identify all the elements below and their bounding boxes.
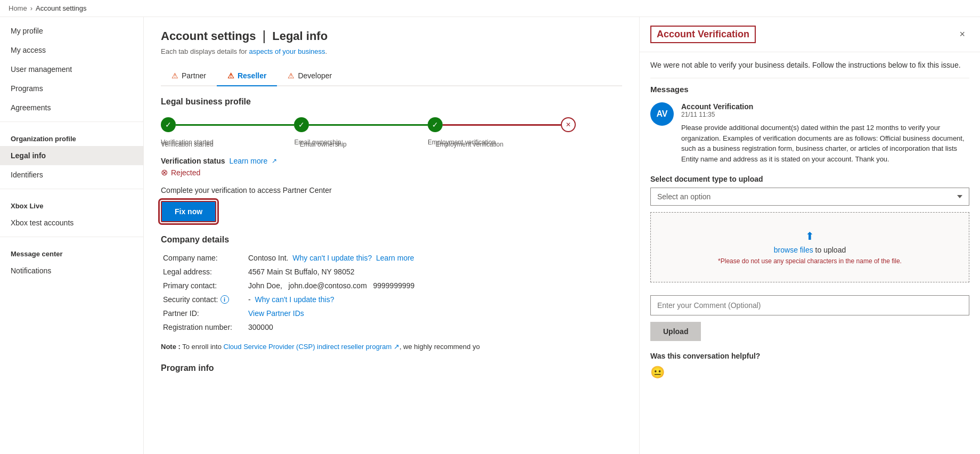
progress-line-2	[309, 124, 427, 126]
progress-step-2: ✓	[294, 117, 309, 132]
rejected-icon: ⊗	[161, 167, 168, 177]
upload-icon: ⬆	[662, 230, 958, 242]
select-doc-label: Select document type to upload	[650, 175, 969, 183]
company-details-title: Company details	[161, 235, 622, 245]
avatar: AV	[650, 102, 674, 126]
progress-circle-3: ✓	[428, 117, 443, 132]
main-content: Account settings | Legal info Each tab d…	[144, 17, 639, 454]
sidebar-item-my-access[interactable]: My access	[0, 40, 143, 60]
helpful-section: Was this conversation helpful? 😐	[650, 352, 969, 379]
reseller-warning-icon: ⚠	[227, 71, 234, 80]
upload-button[interactable]: Upload	[650, 322, 701, 341]
tabs: ⚠ Partner ⚠ Reseller ⚠ Developer	[161, 66, 622, 86]
sidebar-item-user-management[interactable]: User management	[0, 60, 143, 79]
breadcrumb-current: Account settings	[36, 4, 86, 12]
external-link-icon: ↗	[272, 157, 277, 165]
file-upload-area[interactable]: ⬆ browse files to upload *Please do not …	[650, 212, 969, 282]
sidebar: My profile My access User management Pro…	[0, 17, 144, 454]
table-row: Primary contact: John Doe, john.doe@cont…	[161, 279, 622, 293]
learn-more-link-company[interactable]: Learn more	[376, 254, 414, 262]
progress-step-4: ✕	[561, 117, 576, 132]
learn-more-link[interactable]: Learn more	[230, 157, 268, 165]
progress-step-3: ✓	[428, 117, 443, 132]
panel-divider	[650, 78, 969, 78]
message-header: Account Verification 21/11 11:35	[681, 102, 969, 118]
right-panel: Account Verification × We were not able …	[639, 17, 980, 454]
tab-partner[interactable]: ⚠ Partner	[161, 66, 217, 86]
sidebar-item-programs[interactable]: Programs	[0, 79, 143, 98]
messages-label: Messages	[650, 85, 969, 94]
field-label: Primary contact:	[161, 279, 246, 293]
progress-step-1: ✓	[161, 117, 176, 132]
upload-warning: *Please do not use any special character…	[662, 257, 958, 265]
message-time: 21/11 11:35	[681, 111, 969, 118]
progress-line-1	[176, 124, 294, 126]
panel-header: Account Verification ×	[640, 17, 980, 52]
message-card: AV Account Verification 21/11 11:35 Plea…	[650, 102, 969, 164]
complete-verification-text: Complete your verification to access Par…	[161, 186, 622, 194]
tab-reseller[interactable]: ⚠ Reseller	[217, 66, 277, 86]
table-row: Company name: Contoso Int. Why can't I u…	[161, 251, 622, 265]
panel-close-button[interactable]: ×	[955, 27, 969, 42]
program-info-title: Program info	[161, 363, 622, 373]
field-label: Legal address:	[161, 265, 246, 279]
panel-title: Account Verification	[650, 26, 756, 43]
progress-line-3	[443, 124, 561, 126]
sad-face-icon[interactable]: 😐	[650, 366, 665, 379]
sidebar-section-message-center: Message center	[0, 241, 143, 261]
table-row: Security contact: i - Why can't I update…	[161, 293, 622, 306]
view-partner-ids-link[interactable]: View Partner IDs	[248, 309, 304, 318]
step-label-3: Employment verification	[432, 141, 507, 148]
field-label: Partner ID:	[161, 306, 246, 320]
breadcrumb: Home › Account settings	[0, 0, 980, 17]
comment-input[interactable]	[650, 295, 969, 315]
browse-files-link[interactable]: browse files	[774, 246, 813, 254]
sidebar-section-xbox-live: Xbox Live	[0, 193, 143, 213]
sidebar-item-agreements[interactable]: Agreements	[0, 98, 143, 117]
security-contact-info-icon[interactable]: i	[220, 295, 229, 304]
message-sender: Account Verification	[681, 102, 969, 111]
progress-circle-2: ✓	[294, 117, 309, 132]
field-label: Registration number:	[161, 320, 246, 334]
step-label-2: Email ownership	[297, 141, 350, 148]
fix-now-button[interactable]: Fix now	[161, 201, 216, 222]
progress-circle-1: ✓	[161, 117, 176, 132]
document-type-select[interactable]: Select an option	[650, 188, 969, 206]
sidebar-item-identifiers[interactable]: Identifiers	[0, 165, 143, 184]
legal-profile-title: Legal business profile	[161, 97, 622, 107]
why-cant-update-link-2[interactable]: Why can't I update this?	[255, 295, 334, 304]
page-subtitle: Each tab displays details for aspects of…	[161, 47, 622, 55]
message-body: Please provide additional document(s) da…	[681, 123, 969, 164]
panel-intro: We were not able to verify your business…	[650, 61, 969, 69]
helpful-label: Was this conversation helpful?	[650, 352, 969, 360]
breadcrumb-home[interactable]: Home	[9, 4, 27, 12]
table-row: Registration number: 300000	[161, 320, 622, 334]
sidebar-item-notifications[interactable]: Notifications	[0, 261, 143, 280]
upload-text: browse files to upload	[662, 246, 958, 254]
table-row: Partner ID: View Partner IDs	[161, 306, 622, 320]
field-label: Security contact: i	[161, 293, 246, 306]
step-label-1: Verification started	[161, 141, 214, 148]
status-label: Verification status	[161, 157, 225, 165]
sidebar-item-legal-info[interactable]: Legal info	[0, 146, 143, 165]
panel-body: We were not able to verify your business…	[640, 52, 980, 454]
rejected-row: ⊗ Rejected	[161, 167, 622, 177]
partner-warning-icon: ⚠	[172, 71, 178, 80]
sidebar-section-org-profile: Organization profile	[0, 126, 143, 146]
rejected-label: Rejected	[171, 168, 200, 177]
table-row: Legal address: 4567 Main St Buffalo, NY …	[161, 265, 622, 279]
page-title: Account settings | Legal info	[161, 28, 622, 44]
verification-status: Verification status Learn more ↗ ⊗ Rejec…	[161, 157, 622, 177]
message-content: Account Verification 21/11 11:35 Please …	[681, 102, 969, 164]
note-text: Note : To enroll into Cloud Service Prov…	[161, 343, 622, 351]
company-details-table: Company name: Contoso Int. Why can't I u…	[161, 251, 622, 334]
developer-warning-icon: ⚠	[288, 71, 295, 80]
progress-circle-4: ✕	[561, 117, 576, 132]
sidebar-item-my-profile[interactable]: My profile	[0, 21, 143, 40]
csp-link[interactable]: Cloud Service Provider (CSP) indirect re…	[224, 343, 399, 351]
helpful-icons: 😐	[650, 366, 969, 379]
why-cant-update-link-1[interactable]: Why can't I update this?	[292, 254, 372, 262]
field-label: Company name:	[161, 251, 246, 265]
sidebar-item-xbox-test-accounts[interactable]: Xbox test accounts	[0, 213, 143, 232]
tab-developer[interactable]: ⚠ Developer	[277, 66, 342, 86]
